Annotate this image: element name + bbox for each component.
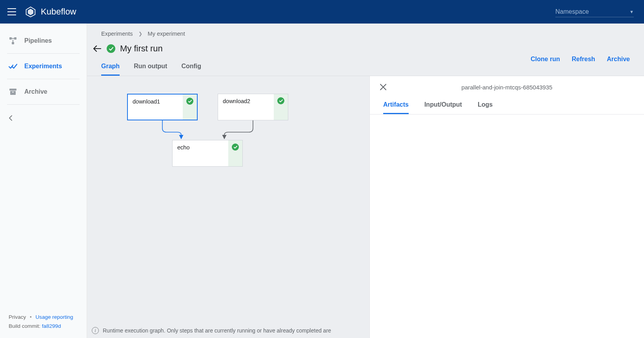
sidebar-divider — [7, 104, 80, 105]
info-icon: i — [92, 327, 99, 334]
check-circle-icon — [277, 97, 284, 104]
graph-info-text: Runtime execution graph. Only steps that… — [103, 327, 331, 334]
graph-node-status — [183, 94, 197, 120]
details-node-name: parallel-and-join-mtcqs-685043935 — [387, 84, 627, 91]
chevron-down-icon: ▼ — [629, 9, 634, 14]
sidebar-item-experiments[interactable]: Experiments — [0, 57, 87, 76]
chevron-left-icon — [9, 115, 13, 121]
close-details-button[interactable] — [379, 83, 387, 91]
tab-run-output[interactable]: Run output — [134, 63, 167, 76]
run-status-success-icon — [107, 44, 115, 53]
details-tab-input-output[interactable]: Input/Output — [424, 101, 462, 114]
graph-canvas[interactable]: download1 download2 echo — [87, 76, 369, 338]
details-body — [370, 114, 644, 338]
graph-node-echo[interactable]: echo — [172, 140, 243, 167]
arrow-left-icon — [93, 44, 102, 53]
sidebar-item-label: Experiments — [24, 63, 62, 70]
sidebar-item-archive[interactable]: Archive — [0, 82, 87, 101]
details-tab-artifacts[interactable]: Artifacts — [383, 101, 409, 114]
archive-icon — [9, 87, 17, 96]
pipelines-icon — [9, 36, 17, 45]
back-button[interactable] — [92, 43, 103, 54]
details-tabs: Artifacts Input/Output Logs — [370, 98, 644, 114]
chevron-right-icon: ❯ — [138, 31, 142, 36]
details-tab-logs[interactable]: Logs — [478, 101, 493, 114]
breadcrumb-experiments[interactable]: Experiments — [101, 31, 133, 37]
sidebar-collapse-button[interactable] — [0, 110, 87, 126]
tab-config[interactable]: Config — [181, 63, 201, 76]
sidebar: Pipelines Experiments Archive Privacy • … — [0, 24, 87, 338]
check-circle-icon — [186, 98, 193, 105]
menu-icon[interactable] — [6, 6, 17, 17]
node-details-panel: parallel-and-join-mtcqs-685043935 Artifa… — [369, 76, 644, 338]
graph-node-status — [228, 140, 242, 166]
tab-graph[interactable]: Graph — [101, 63, 120, 76]
main-content: Experiments ❯ My experiment My first run… — [87, 24, 644, 338]
page-actions: Clone run Refresh Archive — [531, 56, 630, 63]
build-label: Build commit: — [9, 323, 42, 329]
graph-info-bar: i Runtime execution graph. Only steps th… — [92, 327, 365, 334]
svg-rect-4 — [12, 42, 14, 44]
clone-run-button[interactable]: Clone run — [531, 56, 560, 63]
sidebar-item-label: Pipelines — [24, 37, 52, 44]
archive-button[interactable]: Archive — [607, 56, 630, 63]
graph-node-download1[interactable]: download1 — [127, 94, 198, 120]
usage-reporting-link[interactable]: Usage reporting — [36, 314, 73, 320]
graph-node-label: echo — [173, 140, 228, 166]
svg-rect-5 — [9, 89, 16, 91]
brand-name: Kubeflow — [41, 7, 76, 17]
graph-node-download2[interactable]: download2 — [218, 94, 288, 120]
sidebar-footer: Privacy • Usage reporting Build commit: … — [0, 313, 87, 338]
page-title-row: My first run — [92, 43, 630, 54]
breadcrumb: Experiments ❯ My experiment — [101, 31, 630, 37]
svg-rect-6 — [10, 91, 16, 95]
refresh-button[interactable]: Refresh — [572, 56, 595, 63]
close-icon — [379, 83, 387, 91]
check-circle-icon — [232, 144, 239, 151]
experiments-icon — [9, 62, 17, 71]
svg-rect-3 — [14, 37, 16, 40]
build-commit-link[interactable]: fa8299d — [42, 323, 61, 329]
sidebar-item-pipelines[interactable]: Pipelines — [0, 31, 87, 50]
app-bar: Kubeflow Namespace ▼ — [0, 0, 644, 24]
sidebar-divider — [7, 53, 80, 54]
svg-marker-1 — [28, 9, 33, 15]
svg-rect-7 — [12, 92, 14, 93]
svg-rect-2 — [9, 37, 12, 40]
page-title: My first run — [120, 44, 163, 54]
namespace-label: Namespace — [555, 8, 589, 15]
breadcrumb-current[interactable]: My experiment — [148, 31, 185, 37]
graph-node-label: download1 — [128, 94, 183, 120]
graph-node-label: download2 — [218, 94, 274, 120]
privacy-link[interactable]: Privacy — [9, 314, 26, 320]
sidebar-divider — [7, 79, 80, 79]
brand-logo[interactable]: Kubeflow — [25, 6, 76, 17]
namespace-select[interactable]: Namespace ▼ — [555, 7, 634, 17]
graph-node-status — [274, 94, 288, 120]
sidebar-item-label: Archive — [24, 88, 47, 95]
